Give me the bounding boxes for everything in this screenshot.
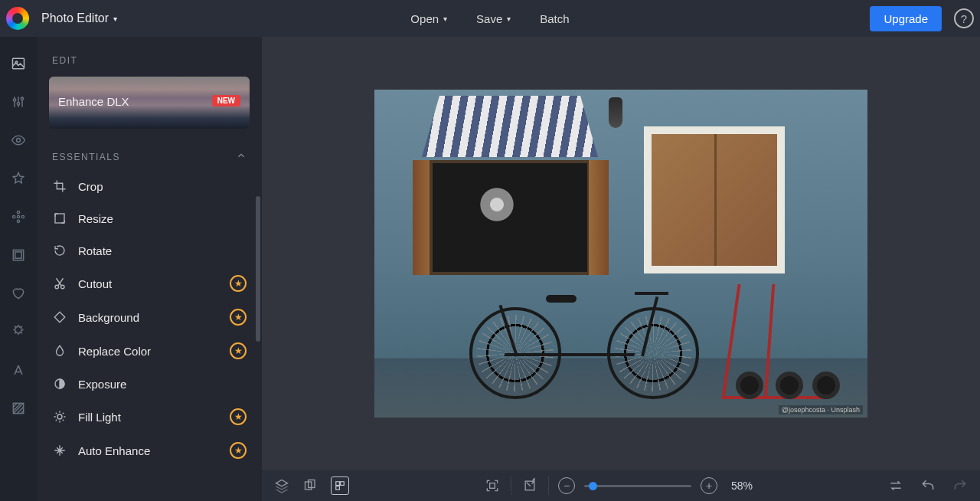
svg-point-18 — [57, 414, 62, 419]
premium-star-icon: ★ — [230, 342, 247, 359]
tool-cutout[interactable]: Cutout ★ — [37, 267, 262, 300]
history-swap-icon[interactable] — [887, 476, 905, 495]
redo-icon[interactable] — [951, 476, 969, 495]
rotate-icon — [52, 243, 67, 258]
image-tab-icon[interactable] — [10, 55, 27, 72]
tool-label: Background — [78, 311, 139, 324]
svg-point-6 — [17, 215, 19, 218]
premium-star-icon: ★ — [230, 442, 247, 459]
separator — [548, 476, 549, 495]
tool-label: Rotate — [78, 244, 112, 257]
svg-rect-14 — [55, 214, 64, 223]
tool-replace-color[interactable]: Replace Color ★ — [37, 334, 262, 368]
new-badge: NEW — [212, 95, 240, 106]
enhance-dlx-label: Enhance DLX — [58, 95, 129, 108]
separator — [511, 476, 511, 495]
app-title-label: Photo Editor — [41, 11, 109, 25]
fit-screen-icon[interactable] — [483, 476, 501, 495]
app-title-dropdown[interactable]: Photo Editor ▾ — [41, 11, 117, 25]
tool-rotate[interactable]: Rotate — [37, 234, 262, 267]
tool-label: Cutout — [78, 277, 112, 290]
tool-fill-light[interactable]: Fill Light ★ — [37, 400, 262, 434]
svg-rect-22 — [341, 482, 345, 486]
left-icon-rail — [0, 37, 37, 501]
svg-rect-0 — [13, 58, 24, 68]
tool-background[interactable]: Background ★ — [37, 300, 262, 334]
text-tab-icon[interactable] — [10, 362, 27, 378]
actual-size-icon[interactable] — [521, 476, 539, 495]
photo-preview: @josephcosta · Unsplash — [374, 90, 867, 418]
replace-color-icon — [52, 343, 67, 359]
edit-sidebar: EDIT Enhance DLX NEW ESSENTIALS Crop Res… — [37, 37, 262, 501]
auto-enhance-icon — [52, 443, 67, 458]
eye-tab-icon[interactable] — [10, 132, 27, 149]
top-menu: Open ▾ Save ▾ Batch — [410, 12, 569, 25]
svg-rect-21 — [336, 482, 340, 486]
chevron-down-icon: ▾ — [507, 15, 511, 23]
heart-tab-icon[interactable] — [10, 285, 27, 302]
essentials-title: ESSENTIALS — [52, 152, 120, 162]
svg-point-3 — [17, 103, 19, 105]
compare-icon[interactable] — [302, 476, 320, 495]
zoom-percent: 58% — [731, 480, 753, 492]
layers-icon[interactable] — [273, 476, 291, 495]
app-logo-icon[interactable] — [6, 7, 29, 30]
photo-credit: @josephcosta · Unsplash — [779, 405, 863, 414]
essentials-section-header[interactable]: ESSENTIALS — [37, 142, 262, 170]
crop-icon — [52, 178, 67, 194]
svg-point-7 — [13, 215, 15, 218]
svg-point-8 — [21, 215, 24, 218]
bottom-left-group — [273, 476, 349, 495]
svg-rect-23 — [336, 486, 340, 490]
essentials-tool-list: Crop Resize Rotate Cutout ★ Background — [37, 170, 262, 467]
undo-icon[interactable] — [919, 476, 937, 495]
tool-label: Fill Light — [78, 411, 121, 424]
zoom-in-button[interactable]: + — [701, 477, 717, 494]
sidebar-scrollbar[interactable] — [256, 196, 260, 342]
save-button[interactable]: Save ▾ — [476, 12, 511, 25]
zoom-slider[interactable] — [584, 485, 691, 487]
topbar: Photo Editor ▾ Open ▾ Save ▾ Batch Upgra… — [0, 0, 980, 37]
canvas-area[interactable]: @josephcosta · Unsplash — [262, 37, 980, 470]
help-button[interactable]: ? — [954, 8, 974, 28]
frame-tab-icon[interactable] — [10, 247, 27, 264]
grid-view-icon[interactable] — [331, 476, 349, 495]
chevron-up-icon — [236, 150, 247, 164]
star-tab-icon[interactable] — [10, 170, 27, 187]
tool-exposure[interactable]: Exposure — [37, 368, 262, 400]
batch-button[interactable]: Batch — [540, 12, 569, 25]
premium-star-icon: ★ — [230, 275, 247, 292]
svg-point-10 — [17, 220, 19, 222]
burst-tab-icon[interactable] — [10, 323, 27, 340]
svg-rect-24 — [490, 483, 495, 489]
cutout-icon — [52, 276, 67, 291]
top-right: Upgrade ? — [870, 6, 974, 31]
tool-crop[interactable]: Crop — [37, 170, 262, 202]
bottom-right-group — [887, 476, 969, 495]
enhance-dlx-card[interactable]: Enhance DLX NEW — [49, 77, 250, 129]
tool-label: Auto Enhance — [78, 444, 150, 457]
batch-label: Batch — [540, 12, 569, 25]
svg-point-9 — [17, 211, 19, 214]
texture-tab-icon[interactable] — [10, 400, 27, 417]
exposure-icon — [52, 376, 67, 391]
upgrade-button[interactable]: Upgrade — [870, 6, 942, 31]
open-button[interactable]: Open ▾ — [410, 12, 447, 25]
premium-star-icon: ★ — [230, 309, 247, 326]
atom-tab-icon[interactable] — [10, 208, 27, 225]
open-label: Open — [410, 12, 439, 25]
svg-point-5 — [17, 139, 21, 142]
edit-section-title: EDIT — [37, 37, 262, 77]
fill-light-icon — [52, 409, 67, 424]
tool-label: Resize — [78, 212, 113, 225]
adjust-tab-icon[interactable] — [10, 93, 27, 110]
tool-label: Crop — [78, 180, 103, 193]
tool-resize[interactable]: Resize — [37, 202, 262, 234]
chevron-down-icon: ▾ — [443, 15, 447, 23]
zoom-slider-thumb[interactable] — [589, 482, 597, 490]
zoom-out-button[interactable]: − — [558, 477, 575, 494]
zoom-controls: − + 58% — [483, 476, 753, 495]
bottom-toolbar: − + 58% — [262, 470, 980, 501]
svg-point-4 — [21, 97, 23, 100]
tool-auto-enhance[interactable]: Auto Enhance ★ — [37, 434, 262, 467]
